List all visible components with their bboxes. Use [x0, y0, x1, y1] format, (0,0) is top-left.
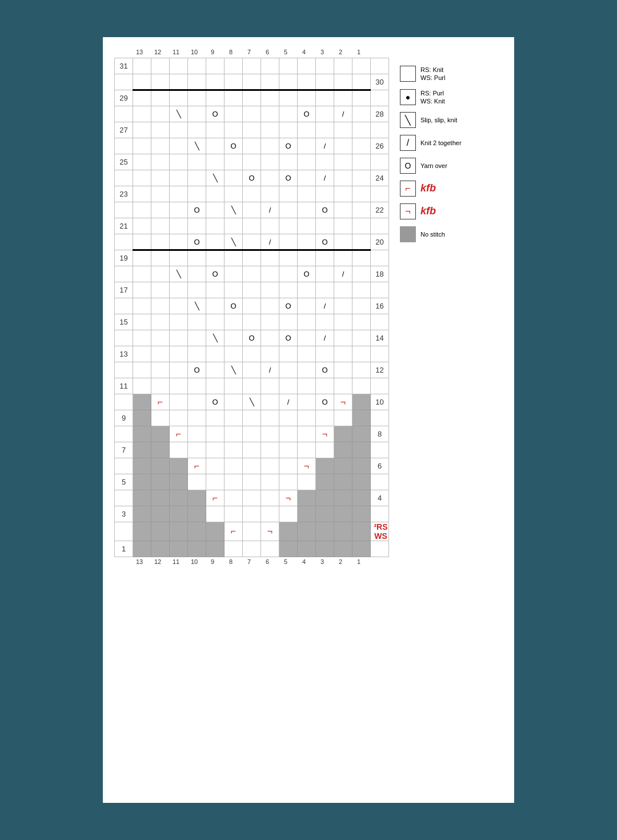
- cell: [206, 154, 225, 170]
- cell: [298, 298, 316, 314]
- cell: [243, 154, 261, 170]
- cell: [243, 442, 261, 458]
- cell: [133, 458, 151, 474]
- cell: [170, 378, 188, 394]
- cell: [334, 506, 352, 522]
- cell: [279, 122, 298, 138]
- legend-text-kfb-r: kfb: [420, 182, 436, 195]
- cell: [261, 330, 279, 346]
- cell: O: [206, 106, 225, 122]
- cell: ╲: [206, 330, 225, 346]
- cell: [225, 250, 243, 266]
- cell: [151, 58, 170, 74]
- cell: [151, 266, 170, 282]
- cell: [261, 426, 279, 442]
- cell: [352, 218, 371, 234]
- cell: [133, 378, 151, 394]
- cell: [206, 90, 225, 106]
- row-label: [115, 522, 133, 541]
- cell: [261, 474, 279, 490]
- col-6: 6: [258, 49, 277, 55]
- cell: [151, 250, 170, 266]
- cell: [261, 218, 279, 234]
- cell: [316, 154, 334, 170]
- cell: [225, 394, 243, 410]
- cell: [261, 106, 279, 122]
- cell: [261, 282, 279, 298]
- row-label-4: 4: [371, 490, 389, 506]
- cell: [316, 506, 334, 522]
- cell: [151, 298, 170, 314]
- cell: [225, 58, 243, 74]
- cell: [151, 506, 170, 522]
- cell: [371, 154, 389, 170]
- cell: [188, 541, 206, 557]
- cell: [188, 426, 206, 442]
- table-row: O ╲ / O 12: [115, 362, 389, 378]
- cell: [261, 458, 279, 474]
- cell-kfb-l: ¬: [279, 490, 298, 506]
- row-label: [115, 138, 133, 154]
- cell: O: [298, 266, 316, 282]
- cell-kfb-l: ¬: [334, 394, 352, 410]
- cell: ╲: [206, 170, 225, 186]
- cell: [225, 282, 243, 298]
- col-13: 13: [130, 49, 149, 55]
- cell: [298, 426, 316, 442]
- cell: O: [316, 394, 334, 410]
- table-row: 25: [115, 154, 389, 170]
- cell: [206, 474, 225, 490]
- cell: [151, 170, 170, 186]
- cell: [298, 186, 316, 202]
- legend-symbol-knit: [400, 66, 416, 82]
- cell: [243, 410, 261, 426]
- cell: [298, 541, 316, 557]
- cell: [316, 346, 334, 362]
- cell: O: [225, 138, 243, 154]
- col-2: 2: [331, 49, 350, 55]
- cell: [334, 186, 352, 202]
- cell: [170, 282, 188, 298]
- cell: [188, 122, 206, 138]
- cell: [188, 394, 206, 410]
- row-label-31: 31: [115, 58, 133, 74]
- cell: [316, 442, 334, 458]
- cell: [298, 378, 316, 394]
- cell: [188, 58, 206, 74]
- cell: [316, 218, 334, 234]
- row-label: [115, 202, 133, 218]
- cell: [188, 250, 206, 266]
- cell: [151, 106, 170, 122]
- cell: [225, 458, 243, 474]
- cell: [352, 154, 371, 170]
- cell: [188, 330, 206, 346]
- cell: [243, 346, 261, 362]
- cell: [170, 234, 188, 250]
- cell: [243, 314, 261, 330]
- cell: O: [206, 394, 225, 410]
- cell: ╲: [170, 266, 188, 282]
- col-3: 3: [313, 49, 331, 55]
- cell: [206, 74, 225, 90]
- col-8: 8: [222, 49, 240, 55]
- legend-item-purl: ● RS: PurlWS: Knit: [400, 89, 503, 106]
- cell: [133, 234, 151, 250]
- cell: [316, 106, 334, 122]
- cell: [133, 346, 151, 362]
- cell: [298, 410, 316, 426]
- cell: [298, 282, 316, 298]
- cell: [316, 474, 334, 490]
- cell: [352, 122, 371, 138]
- row-label-1: 1: [115, 541, 133, 557]
- row-label: [115, 458, 133, 474]
- cell: [279, 458, 298, 474]
- cell: [334, 74, 352, 90]
- row-label-23: 23: [115, 186, 133, 202]
- cell: [206, 186, 225, 202]
- cell: [133, 362, 151, 378]
- cell: ╲: [188, 298, 206, 314]
- cell: [188, 474, 206, 490]
- cell: [298, 74, 316, 90]
- cell: [371, 218, 389, 234]
- cell: [206, 250, 225, 266]
